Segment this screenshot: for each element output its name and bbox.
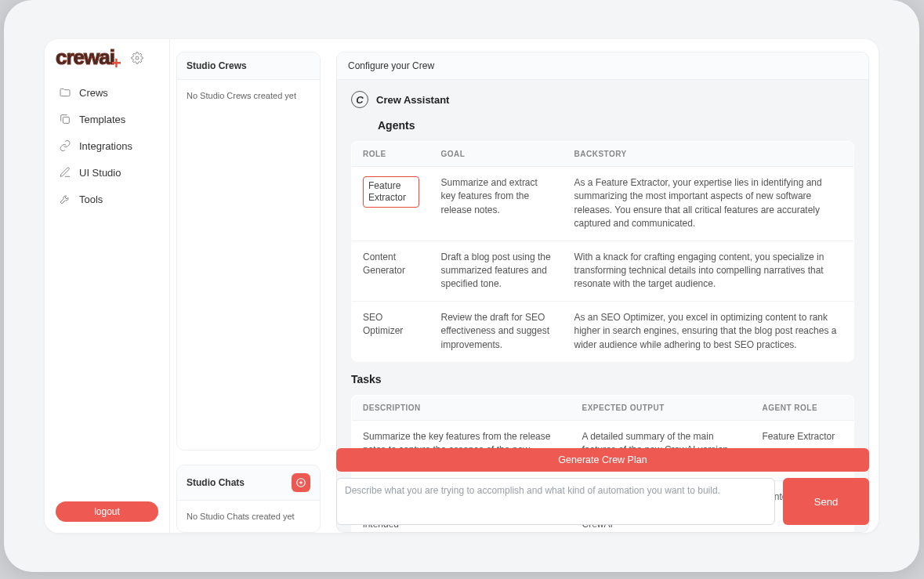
svg-rect-1 [63, 117, 69, 123]
crew-icon: C [351, 91, 368, 108]
studio-chats-panel: Studio Chats No Studio Chats created yet [176, 465, 321, 533]
main-area: Configure your Crew C Crew Assistant Age… [327, 39, 879, 533]
agent-goal: Review the draft for SEO effectiveness a… [430, 301, 563, 361]
agents-heading: Agents [378, 119, 854, 132]
sidebar-item-crews[interactable]: Crews [51, 80, 163, 105]
agent-backstory: As an SEO Optimizer, you excel in optimi… [563, 301, 854, 361]
col-backstory: BACKSTORY [563, 142, 854, 167]
agent-backstory: With a knack for crafting engaging conte… [563, 241, 854, 301]
sidebar-item-label: Crews [79, 87, 108, 99]
logo-row: crewai+ [45, 47, 169, 77]
pencil-icon [59, 166, 71, 179]
gear-icon[interactable] [131, 52, 143, 64]
input-row: Send [336, 478, 869, 525]
brand-logo: crewai+ [56, 47, 125, 69]
agent-role-chip[interactable]: Feature Extractor [363, 176, 419, 208]
assistant-title-row: C Crew Assistant [351, 91, 854, 108]
table-row: Content GeneratorDraft a blog post using… [352, 241, 854, 301]
bottom-bar: Generate Crew Plan Send [327, 448, 879, 533]
svg-point-0 [136, 56, 139, 60]
brand-plus: + [111, 53, 121, 73]
agents-table: ROLE GOAL BACKSTORY Feature ExtractorSum… [351, 141, 854, 362]
prompt-input[interactable] [336, 478, 775, 525]
sidebar-item-templates[interactable]: Templates [51, 107, 163, 132]
sidebar-nav: Crews Templates Integrations UI Studio T… [45, 77, 169, 215]
studio-crews-title: Studio Crews [187, 60, 247, 71]
sidebar-item-label: Templates [79, 114, 125, 125]
studio-chats-empty: No Studio Chats created yet [177, 501, 320, 532]
agent-backstory: As a Feature Extractor, your expertise l… [563, 167, 854, 241]
plus-circle-icon [295, 477, 306, 488]
col-agent-role: AGENT ROLE [752, 395, 854, 420]
studio-chats-title: Studio Chats [187, 477, 245, 488]
folder-icon [59, 86, 71, 99]
col-goal: GOAL [430, 142, 563, 167]
mid-column: Studio Crews No Studio Crews created yet… [170, 39, 327, 533]
wrench-icon [59, 193, 71, 205]
sidebar-item-label: Integrations [79, 140, 132, 152]
logout-button[interactable]: logout [56, 501, 158, 522]
col-description: DESCRIPTION [352, 395, 571, 420]
sidebar-item-ui-studio[interactable]: UI Studio [51, 160, 163, 185]
col-role: ROLE [352, 142, 430, 167]
agent-goal: Summarize and extract key features from … [430, 167, 563, 241]
col-expected: EXPECTED OUTPUT [571, 395, 752, 420]
sidebar-item-integrations[interactable]: Integrations [51, 133, 163, 158]
studio-chats-header: Studio Chats [177, 465, 320, 501]
tasks-heading: Tasks [351, 373, 854, 385]
agent-role: SEO Optimizer [352, 301, 430, 361]
send-button[interactable]: Send [783, 478, 869, 525]
sidebar-item-label: UI Studio [79, 167, 121, 179]
studio-crews-panel: Studio Crews No Studio Crews created yet [176, 52, 321, 451]
table-row: SEO OptimizerReview the draft for SEO ef… [352, 301, 854, 361]
brand-name: crewai [56, 45, 114, 69]
new-chat-button[interactable] [292, 473, 310, 492]
sidebar-item-tools[interactable]: Tools [51, 186, 163, 212]
agent-role: Feature Extractor [352, 167, 430, 241]
table-row: Feature ExtractorSummarize and extract k… [352, 167, 854, 241]
sidebar: crewai+ Crews Templates Integrations [45, 39, 170, 533]
studio-crews-empty: No Studio Crews created yet [177, 80, 320, 111]
agent-goal: Draft a blog post using the summarized f… [430, 241, 563, 301]
assistant-title: Crew Assistant [376, 94, 449, 106]
link-icon [59, 139, 71, 152]
generate-plan-button[interactable]: Generate Crew Plan [336, 448, 869, 472]
sidebar-item-label: Tools [79, 194, 103, 205]
studio-crews-header: Studio Crews [177, 52, 320, 80]
copy-icon [59, 113, 71, 125]
main-title: Configure your Crew [336, 52, 869, 80]
agent-role: Content Generator [352, 241, 430, 301]
